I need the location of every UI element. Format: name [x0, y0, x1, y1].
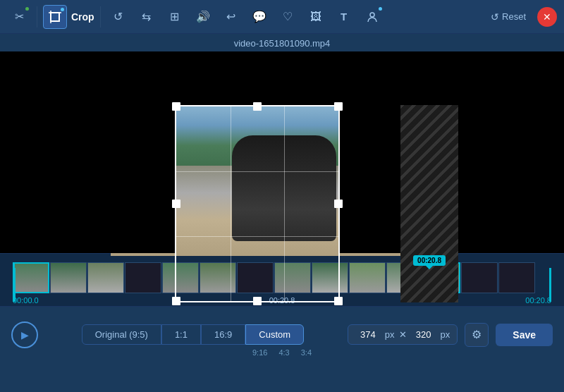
time-mid: 00:20.8 — [269, 296, 295, 305]
scissors-icon[interactable]: ✂ — [7, 5, 31, 29]
timeline-area: 00:20.8 00:00.0 00:20.8 00:20.8 — [0, 253, 564, 306]
timeline-thumb-3 — [125, 262, 161, 293]
tooltip-arrow — [426, 266, 433, 269]
svg-rect-0 — [51, 13, 59, 21]
ratio-1-1-button[interactable]: 1:1 — [161, 324, 201, 345]
timeline-thumb-5 — [200, 262, 236, 293]
toolbar-divider-2 — [100, 6, 101, 27]
ratio-16-9-button[interactable]: 16:9 — [201, 324, 245, 345]
ratio-sub-1[interactable]: 4:3 — [278, 348, 289, 357]
heart-icon[interactable]: ♡ — [276, 5, 300, 29]
reset-icon: ↺ — [491, 11, 499, 23]
video-area — [0, 51, 564, 253]
toolbar: ✂ Crop ↺ ⇆ ⊞ 🔊 ↩ 💬 ♡ 🖼 T ↺ Reset ✕ — [0, 0, 564, 34]
video-right-black — [458, 51, 564, 253]
timeline-thumb-12 — [461, 262, 498, 293]
hatch-overlay — [400, 105, 458, 302]
person-icon[interactable] — [360, 5, 384, 29]
width-input[interactable] — [355, 329, 381, 340]
size-cross: ✕ — [399, 329, 407, 340]
gear-button[interactable]: ⚙ — [465, 323, 489, 347]
save-button[interactable]: Save — [496, 324, 553, 346]
toolbar-divider-1 — [37, 6, 37, 27]
timeline-start-marker — [13, 268, 16, 302]
timeline-thumb-9 — [349, 262, 386, 293]
volume-icon[interactable]: 🔊 — [191, 5, 215, 29]
crop-icon[interactable] — [43, 5, 67, 29]
person-silhouette — [232, 135, 336, 241]
ratio-sub-0[interactable]: 9:16 — [252, 348, 267, 357]
size-unit-px2: px — [441, 329, 450, 340]
timeline-times: 00:00.0 00:20.8 00:20.8 — [0, 295, 564, 305]
time-start: 00:00.0 — [13, 296, 39, 305]
ratio-sub-2[interactable]: 3:4 — [301, 348, 312, 357]
timeline-thumb-4 — [162, 262, 199, 293]
video-left-black — [0, 51, 111, 253]
timeline-end-marker — [549, 268, 551, 302]
play-button[interactable]: ▶ — [11, 321, 38, 348]
timeline-strip[interactable] — [0, 261, 564, 295]
size-input-area: px ✕ px — [348, 324, 458, 345]
timeline-thumb-1 — [50, 262, 87, 293]
close-button[interactable]: ✕ — [537, 7, 557, 27]
reset-label: Reset — [502, 11, 526, 22]
flip-icon[interactable]: ⇆ — [135, 5, 159, 29]
ratio-original-button[interactable]: Original (9:5) — [82, 324, 161, 345]
tooltip-time: 00:20.8 — [413, 255, 446, 266]
undo-icon[interactable]: ↺ — [106, 5, 130, 29]
text-icon[interactable]: T — [332, 5, 356, 29]
thumbs-row — [13, 262, 551, 293]
timeline-thumb-0 — [13, 262, 49, 293]
image-icon[interactable]: 🖼 — [304, 5, 328, 29]
size-unit-px1: px — [385, 329, 395, 340]
right-pillar — [340, 51, 400, 253]
svg-point-3 — [370, 13, 374, 17]
timeline-thumb-2 — [87, 262, 124, 293]
ratio-options: Original (9:5) 1:1 16:9 Custom — [45, 324, 341, 345]
ratio-custom-button[interactable]: Custom — [245, 324, 304, 345]
left-pillar — [111, 51, 176, 253]
timeline-thumb-8 — [312, 262, 348, 293]
time-end: 00:20.8 — [525, 296, 551, 305]
timeline-thumb-7 — [274, 262, 311, 293]
filename-text: video-1651801090.mp4 — [234, 38, 331, 49]
filename-bar: video-1651801090.mp4 — [0, 34, 564, 51]
timeline-thumb-6 — [237, 262, 274, 293]
crop-label: Crop — [71, 11, 94, 23]
toolbar-right: ↺ Reset ✕ — [485, 7, 557, 27]
layout-icon[interactable]: ⊞ — [163, 5, 187, 29]
speech-icon[interactable]: 💬 — [247, 5, 271, 29]
ratio-sub-options: 9:16 4:3 3:4 — [252, 348, 312, 357]
bottom-bar: ▶ Original (9:5) 1:1 16:9 Custom 9:16 4:… — [0, 306, 564, 362]
rotate-icon[interactable]: ↩ — [219, 5, 243, 29]
timeline-tooltip: 00:20.8 — [413, 255, 446, 269]
timeline-thumb-13 — [498, 262, 535, 293]
reset-button[interactable]: ↺ Reset — [485, 8, 532, 25]
height-input[interactable] — [411, 329, 436, 340]
